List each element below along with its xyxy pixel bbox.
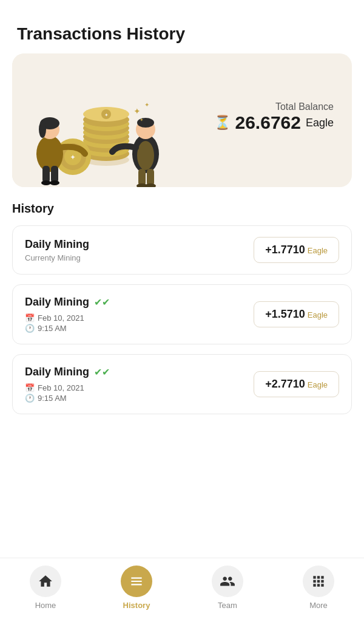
tx-title-row: Daily Mining ✔✔ <box>25 296 110 309</box>
tx-subtitle: Currenty Mining <box>25 253 89 262</box>
page-container: Transactions History ✦ <box>0 0 364 622</box>
tx-amount-value: +1.5710 <box>265 308 305 320</box>
tx-time: 9:15 AM <box>38 394 67 403</box>
tx-date-row: 📅 Feb 10, 2021 <box>25 313 110 323</box>
tx-title-row: Daily Mining <box>25 238 89 251</box>
svg-point-25 <box>50 180 59 185</box>
svg-rect-23 <box>51 166 58 183</box>
tx-amount-unit: Eagle <box>308 310 328 320</box>
tx-date: Feb 10, 2021 <box>38 313 84 323</box>
tx-amount-box: +1.5710Eagle <box>254 301 339 327</box>
team-icon-wrap <box>212 566 243 597</box>
tx-title: Daily Mining <box>25 366 89 378</box>
tx-amount-box: +2.7710Eagle <box>254 371 339 397</box>
svg-text:✦: ✦ <box>70 153 76 162</box>
tx-date: Feb 10, 2021 <box>38 383 84 392</box>
hero-balance: Total Balance ⏳ 26.6762 Eagle <box>214 101 352 133</box>
bottom-nav: Home History Team <box>0 558 364 622</box>
svg-text:✦: ✦ <box>133 106 141 116</box>
home-icon-wrap <box>30 566 61 597</box>
tx-title: Daily Mining <box>25 296 89 309</box>
tx-amount-value: +1.7710 <box>265 244 305 256</box>
nav-label-more: More <box>309 601 328 610</box>
nav-item-history[interactable]: History <box>91 566 182 610</box>
calendar-icon: 📅 <box>25 383 35 392</box>
svg-point-24 <box>41 180 51 185</box>
svg-rect-30 <box>138 169 146 186</box>
transaction-card[interactable]: Daily Mining ✔✔ 📅 Feb 10, 2021 🕐 9:15 AM… <box>12 284 352 344</box>
svg-text:✦: ✦ <box>140 117 144 123</box>
tx-amount-unit: Eagle <box>308 246 328 255</box>
header: Transactions History <box>0 0 364 53</box>
tx-time: 9:15 AM <box>38 324 67 333</box>
nav-item-team[interactable]: Team <box>182 566 273 610</box>
history-section: History Daily Mining Currenty Mining +1.… <box>0 187 364 558</box>
clock-icon: 🕐 <box>25 324 35 333</box>
home-icon <box>38 573 53 589</box>
hero-illustration: ✦ ✦ <box>12 53 182 187</box>
svg-rect-22 <box>42 166 50 183</box>
tx-time-row: 🕐 9:15 AM <box>25 394 110 403</box>
history-icon-wrap <box>121 566 152 597</box>
page-title: Transactions History <box>17 24 347 44</box>
nav-item-home[interactable]: Home <box>0 566 91 610</box>
balance-unit: Eagle <box>306 117 334 129</box>
svg-text:✦: ✦ <box>144 101 149 108</box>
nav-item-more[interactable]: More <box>273 566 364 610</box>
svg-point-21 <box>39 121 46 138</box>
verified-check-icon: ✔✔ <box>94 296 110 308</box>
tx-amount-value: +2.7710 <box>265 378 305 390</box>
hero-banner: ✦ ✦ <box>12 53 352 187</box>
transaction-card[interactable]: Daily Mining ✔✔ 📅 Feb 10, 2021 🕐 9:15 AM… <box>12 354 352 414</box>
nav-label-home: Home <box>35 601 56 610</box>
nav-label-team: Team <box>218 601 237 610</box>
more-icon <box>311 573 326 589</box>
clock-icon: 🕐 <box>25 394 35 403</box>
tx-meta: 📅 Feb 10, 2021 🕐 9:15 AM <box>25 383 110 403</box>
balance-amount: 26.6762 <box>235 112 301 133</box>
verified-check-icon: ✔✔ <box>94 366 110 378</box>
balance-row: ⏳ 26.6762 Eagle <box>214 112 334 133</box>
more-icon-wrap <box>303 566 334 597</box>
svg-text:✦: ✦ <box>104 112 109 118</box>
hourglass-icon: ⏳ <box>214 115 231 131</box>
transaction-card[interactable]: Daily Mining Currenty Mining +1.7710Eagl… <box>12 225 352 275</box>
history-icon <box>129 573 144 589</box>
calendar-icon: 📅 <box>25 313 35 323</box>
tx-title-row: Daily Mining ✔✔ <box>25 366 110 378</box>
tx-amount-unit: Eagle <box>308 380 328 389</box>
svg-point-18 <box>36 135 63 172</box>
tx-date-row: 📅 Feb 10, 2021 <box>25 383 110 392</box>
tx-info: Daily Mining ✔✔ 📅 Feb 10, 2021 🕐 9:15 AM <box>25 366 110 403</box>
nav-label-history: History <box>123 601 150 610</box>
tx-time-row: 🕐 9:15 AM <box>25 324 110 333</box>
svg-rect-31 <box>147 169 154 186</box>
section-title: History <box>12 202 352 216</box>
tx-meta: 📅 Feb 10, 2021 🕐 9:15 AM <box>25 313 110 333</box>
tx-info: Daily Mining Currenty Mining <box>25 238 89 262</box>
tx-amount-box: +1.7710Eagle <box>254 237 339 263</box>
tx-info: Daily Mining ✔✔ 📅 Feb 10, 2021 🕐 9:15 AM <box>25 296 110 333</box>
balance-label: Total Balance <box>214 101 334 112</box>
tx-title: Daily Mining <box>25 238 89 251</box>
team-icon <box>220 573 235 589</box>
svg-point-27 <box>137 141 154 170</box>
